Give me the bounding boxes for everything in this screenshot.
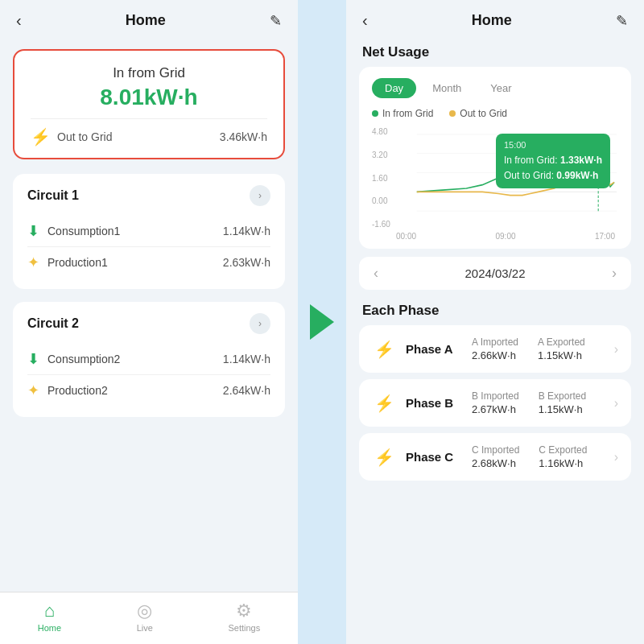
left-panel: ‹ Home ✎ In from Grid 8.01kW·h ⚡ Out to … — [0, 0, 298, 644]
y-label-1: 4.80 — [372, 127, 390, 136]
right-title: Home — [472, 12, 512, 29]
date-label: 2024/03/22 — [464, 266, 525, 280]
production-2-icon: ✦ — [27, 382, 39, 399]
phase-c-card[interactable]: ⚡ Phase C C Imported 2.68kW·h C Exported… — [359, 433, 631, 481]
phase-b-imported-label: B Imported — [472, 390, 519, 402]
phase-b-arrow-icon: › — [614, 396, 618, 411]
phase-c-exported-value: 1.16kW·h — [539, 457, 587, 469]
circuit-1-title: Circuit 1 — [27, 188, 79, 203]
phase-c-imported-value: 2.68kW·h — [472, 457, 519, 469]
circuit-2-header: Circuit 2 › — [27, 313, 270, 334]
bottom-nav: ⌂ Home ◎ Live ⚙ Settings — [0, 592, 298, 644]
arrow-divider — [298, 0, 346, 644]
legend-out-to-grid: Out to Grid — [449, 108, 507, 119]
card-divider — [31, 118, 267, 119]
circuit-1-consumption: ⬇ Consumption1 1.14kW·h — [27, 216, 270, 246]
circuit-2-title: Circuit 2 — [27, 316, 79, 331]
out-grid-value: 3.46kW·h — [220, 130, 267, 143]
out-to-grid-row: ⚡ Out to Grid 3.46kW·h — [31, 127, 267, 147]
chart-container: 4.80 3.20 1.60 0.00 -1.60 — [372, 126, 618, 230]
phase-a-icon: ⚡ — [372, 340, 396, 359]
phase-a-imported-col: A Imported 2.66kW·h — [472, 336, 518, 361]
y-label-2: 3.20 — [372, 151, 390, 159]
date-nav-card: ‹ 2024/03/22 › — [359, 257, 631, 290]
net-usage-label: In from Grid — [31, 65, 267, 81]
x-label-start: 00:00 — [396, 232, 416, 241]
production-1-icon: ✦ — [27, 254, 39, 271]
right-edit-icon[interactable]: ✎ — [616, 12, 628, 30]
tooltip-out-value: 0.99kW·h — [556, 170, 598, 181]
right-header: ‹ Home ✎ — [346, 0, 644, 41]
chart-card: Day Month Year In from Grid Out to Grid … — [359, 67, 631, 249]
tab-month[interactable]: Month — [419, 78, 474, 98]
nav-home[interactable]: ⌂ Home — [38, 601, 61, 633]
phase-c-imported-col: C Imported 2.68kW·h — [472, 444, 519, 469]
net-usage-section-label: Net Usage — [346, 41, 644, 67]
left-edit-icon[interactable]: ✎ — [270, 12, 282, 30]
phase-b-imported-value: 2.67kW·h — [472, 403, 519, 415]
tooltip-in-row: In from Grid: 1.33kW·h — [504, 153, 602, 168]
phase-a-name: Phase A — [406, 342, 462, 356]
circuit-2-consumption: ⬇ Consumption2 1.14kW·h — [27, 344, 270, 374]
x-label-mid: 09:00 — [495, 232, 515, 241]
production-1-value: 2.63kW·h — [223, 256, 270, 269]
date-next-button[interactable]: › — [612, 265, 617, 282]
consumption-1-label: Consumption1 — [47, 225, 120, 237]
tooltip-out-row: Out to Grid: 0.99kW·h — [504, 168, 602, 184]
circuit-1-arrow[interactable]: › — [250, 185, 270, 206]
phase-b-imported-col: B Imported 2.67kW·h — [472, 390, 519, 415]
phase-c-exported-label: C Exported — [539, 444, 587, 456]
legend-out-label: Out to Grid — [460, 108, 507, 119]
consumption-2-label: Consumption2 — [47, 353, 120, 365]
y-axis: 4.80 3.20 1.60 0.00 -1.60 — [372, 126, 390, 230]
date-prev-button[interactable]: ‹ — [374, 265, 378, 282]
net-usage-value: 8.01kW·h — [31, 85, 267, 110]
phase-b-name: Phase B — [406, 396, 462, 410]
phase-b-exported-value: 1.15kW·h — [539, 403, 586, 415]
net-usage-card[interactable]: In from Grid 8.01kW·h ⚡ Out to Grid 3.46… — [13, 49, 285, 159]
phase-a-data: A Imported 2.66kW·h A Exported 1.15kW·h — [472, 336, 605, 361]
chart-tooltip: 15:00 In from Grid: 1.33kW·h Out to Grid… — [496, 134, 610, 188]
right-panel: ‹ Home ✎ Net Usage Day Month Year In fro… — [346, 0, 644, 644]
nav-live[interactable]: ◎ Live — [137, 601, 153, 633]
consumption-1-icon: ⬇ — [27, 222, 39, 240]
tooltip-in-label: In from Grid: — [504, 155, 558, 166]
phase-c-imported-label: C Imported — [472, 444, 519, 456]
phase-a-exported-label: A Exported — [538, 336, 585, 348]
live-icon: ◎ — [137, 601, 152, 621]
settings-icon: ⚙ — [236, 601, 252, 621]
tooltip-in-value: 1.33kW·h — [560, 155, 602, 166]
tab-day[interactable]: Day — [372, 78, 416, 98]
tooltip-out-label: Out to Grid: — [504, 170, 554, 181]
circuit-2-card: Circuit 2 › ⬇ Consumption2 1.14kW·h ✦ Pr… — [13, 302, 285, 417]
tab-row: Day Month Year — [372, 78, 618, 98]
tooltip-time: 15:00 — [504, 138, 602, 153]
phase-c-icon: ⚡ — [372, 448, 396, 467]
phase-b-exported-label: B Exported — [539, 390, 586, 402]
phase-b-data: B Imported 2.67kW·h B Exported 1.15kW·h — [472, 390, 605, 415]
tab-year[interactable]: Year — [477, 78, 524, 98]
forward-arrow-icon — [310, 304, 334, 340]
legend-row: In from Grid Out to Grid — [372, 108, 618, 119]
phase-a-arrow-icon: › — [614, 342, 618, 357]
phase-c-arrow-icon: › — [614, 450, 618, 464]
left-header: ‹ Home ✎ — [0, 0, 298, 41]
y-label-5: -1.60 — [372, 220, 390, 229]
production-1-label: Production1 — [47, 256, 108, 269]
x-axis: 00:00 09:00 17:00 — [372, 230, 618, 241]
phase-c-exported-col: C Exported 1.16kW·h — [539, 444, 587, 469]
phase-a-card[interactable]: ⚡ Phase A A Imported 2.66kW·h A Exported… — [359, 325, 631, 373]
nav-settings[interactable]: ⚙ Settings — [228, 601, 260, 633]
consumption-2-icon: ⬇ — [27, 350, 39, 368]
x-label-end: 17:00 — [595, 232, 615, 241]
consumption-2-value: 1.14kW·h — [223, 353, 270, 365]
phase-a-imported-value: 2.66kW·h — [472, 349, 518, 361]
live-label: Live — [137, 623, 153, 633]
right-back-button[interactable]: ‹ — [362, 11, 368, 30]
left-back-button[interactable]: ‹ — [16, 11, 22, 30]
circuit-2-arrow[interactable]: › — [250, 313, 270, 334]
circuit-2-production: ✦ Production2 2.64kW·h — [27, 374, 270, 406]
phase-c-name: Phase C — [406, 450, 462, 464]
y-label-4: 0.00 — [372, 196, 390, 205]
phase-b-card[interactable]: ⚡ Phase B B Imported 2.67kW·h B Exported… — [359, 379, 631, 427]
